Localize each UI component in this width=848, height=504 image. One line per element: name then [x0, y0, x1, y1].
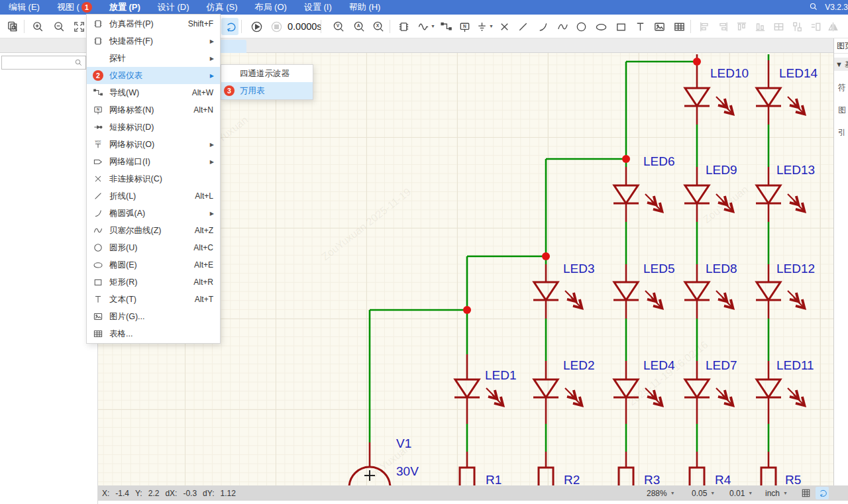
- led-led1[interactable]: LED1: [454, 368, 517, 405]
- grid-toggle-icon[interactable]: [799, 487, 812, 499]
- led-led11[interactable]: LED11: [756, 358, 814, 405]
- ref-designator[interactable]: LED13: [776, 163, 815, 177]
- probe-x-icon[interactable]: [370, 18, 387, 35]
- voltage-source-v1[interactable]: V130V: [349, 436, 419, 485]
- ref-designator[interactable]: V1: [396, 436, 411, 450]
- resistor-r3[interactable]: R3: [619, 468, 660, 485]
- place-menu-item-15[interactable]: 椭圆(E)Alt+E: [87, 256, 220, 274]
- place-menu-item-2[interactable]: 快捷器件(F)▶: [87, 32, 220, 50]
- zoom-in-icon[interactable]: [29, 18, 46, 35]
- ref-designator[interactable]: R4: [715, 473, 731, 485]
- image-icon[interactable]: [651, 18, 668, 35]
- led-led8[interactable]: LED8: [684, 262, 737, 308]
- led-led4[interactable]: LED4: [613, 358, 675, 405]
- ground-icon[interactable]: [473, 18, 490, 35]
- place-menu-item-3[interactable]: 探针▶: [87, 50, 220, 67]
- ref-designator[interactable]: R5: [785, 473, 801, 485]
- place-menu-item-12[interactable]: 椭圆弧(A)▶: [87, 205, 220, 222]
- place-menu-item-13[interactable]: 贝塞尔曲线(Z)Alt+Z: [87, 222, 220, 239]
- led-led2[interactable]: LED2: [533, 358, 595, 405]
- led-led5[interactable]: LED5: [613, 262, 675, 308]
- place-menu-item-10[interactable]: 非连接标识(C): [87, 170, 220, 187]
- circle-icon[interactable]: [572, 18, 590, 35]
- text-icon[interactable]: [631, 18, 649, 35]
- menubar-item-5[interactable]: 仿真 (S): [198, 0, 246, 15]
- place-menu-item-17[interactable]: 文本(T)Alt+T: [87, 291, 220, 308]
- place-menu-item-16[interactable]: 矩形(R)Alt+R: [87, 274, 220, 291]
- ref-designator[interactable]: LED6: [643, 154, 675, 168]
- led-led9[interactable]: LED9: [684, 163, 737, 211]
- ref-designator[interactable]: R1: [486, 473, 502, 485]
- chevron-down-icon[interactable]: ▼: [431, 24, 435, 28]
- ref-designator[interactable]: LED2: [563, 358, 595, 372]
- ref-designator[interactable]: LED14: [779, 66, 818, 80]
- led-led12[interactable]: LED12: [756, 262, 815, 308]
- library-search-box[interactable]: [1, 56, 86, 70]
- led-led10[interactable]: LED10: [684, 66, 749, 114]
- reset-view-icon[interactable]: [816, 487, 829, 499]
- resistor-r5[interactable]: R5: [761, 468, 801, 485]
- ref-designator[interactable]: LED5: [643, 262, 675, 276]
- menubar-item-7[interactable]: 设置 (I): [295, 0, 341, 15]
- place-menu-item-4[interactable]: 2仪器仪表▶: [87, 67, 220, 84]
- ref-designator[interactable]: LED9: [706, 163, 737, 177]
- snap-size-select[interactable]: 0.01▼: [729, 485, 753, 501]
- led-led14[interactable]: LED14: [756, 66, 818, 114]
- ref-designator[interactable]: R2: [564, 473, 580, 485]
- ref-designator[interactable]: LED1: [485, 368, 517, 382]
- bezier-icon[interactable]: [554, 18, 571, 35]
- chip-icon[interactable]: [395, 18, 412, 35]
- probe-voltage-icon[interactable]: [330, 18, 347, 35]
- place-menu-item-18[interactable]: 图片(G)...: [87, 308, 220, 325]
- ref-designator[interactable]: R3: [644, 473, 660, 485]
- unit-select[interactable]: inch▼: [765, 485, 788, 501]
- rect-icon[interactable]: [612, 18, 629, 35]
- chevron-down-icon[interactable]: ▼: [489, 24, 494, 28]
- sim-run-icon[interactable]: [248, 18, 265, 35]
- grid-size-select[interactable]: 0.05▼: [692, 485, 715, 501]
- no-connect-icon[interactable]: [496, 18, 513, 35]
- resistor-r1[interactable]: R1: [460, 468, 502, 485]
- ref-designator[interactable]: LED11: [776, 358, 814, 372]
- menubar-item-2[interactable]: 视图 (1: [48, 0, 101, 15]
- line-icon[interactable]: [514, 18, 531, 35]
- led-led3[interactable]: LED3: [533, 262, 595, 308]
- place-menu-item-19[interactable]: 表格...: [87, 325, 220, 342]
- net-label-icon[interactable]: [456, 18, 473, 35]
- ref-designator[interactable]: LED7: [706, 358, 737, 372]
- ref-designator[interactable]: LED12: [776, 262, 815, 276]
- search-icon[interactable]: [809, 2, 818, 13]
- menubar-item-3[interactable]: 放置 (P): [101, 0, 149, 15]
- zoom-select[interactable]: 288%▼: [647, 485, 675, 501]
- ref-designator[interactable]: LED8: [706, 262, 737, 276]
- led-led13[interactable]: LED13: [756, 163, 815, 211]
- place-menu-item-9[interactable]: 网络端口(I)▶: [87, 153, 220, 170]
- place-menu-item-1[interactable]: 仿真器件(P)Shift+F: [87, 15, 220, 32]
- submenu-item-2[interactable]: 3万用表: [221, 82, 313, 99]
- ellipse-icon[interactable]: [592, 18, 610, 35]
- zoom-fit-icon[interactable]: [70, 18, 87, 35]
- waveform-icon[interactable]: [415, 18, 432, 35]
- resistor-r4[interactable]: R4: [690, 468, 731, 485]
- search-input[interactable]: [2, 58, 74, 68]
- resistor-r2[interactable]: R2: [539, 468, 580, 485]
- place-menu-item-5[interactable]: 导线(W)Alt+W: [87, 84, 220, 101]
- ref-designator[interactable]: LED4: [643, 358, 675, 372]
- zoom-out-icon[interactable]: [50, 18, 68, 35]
- ref-designator[interactable]: LED3: [563, 262, 595, 276]
- menubar-item-6[interactable]: 布局 (O): [246, 0, 295, 15]
- wire-icon[interactable]: [437, 18, 454, 35]
- menubar-item-8[interactable]: 帮助 (H): [341, 0, 390, 15]
- place-menu-item-8[interactable]: 网络标识(O)▶: [87, 136, 220, 153]
- table-icon[interactable]: [670, 18, 688, 35]
- ref-designator[interactable]: LED10: [710, 66, 749, 80]
- probe-current-icon[interactable]: [350, 18, 368, 35]
- menubar-item-4[interactable]: 设计 (D): [149, 0, 198, 15]
- place-menu-item-14[interactable]: 圆形(U)Alt+C: [87, 239, 220, 256]
- menubar-item-1[interactable]: 编辑 (E): [0, 0, 48, 15]
- submenu-item-1[interactable]: 四通道示波器: [221, 65, 313, 82]
- arc-icon[interactable]: [534, 18, 551, 35]
- led-led6[interactable]: LED6: [613, 154, 675, 211]
- redo-icon[interactable]: [221, 18, 238, 35]
- place-menu-item-6[interactable]: 网络标签(N)Alt+N: [87, 101, 220, 119]
